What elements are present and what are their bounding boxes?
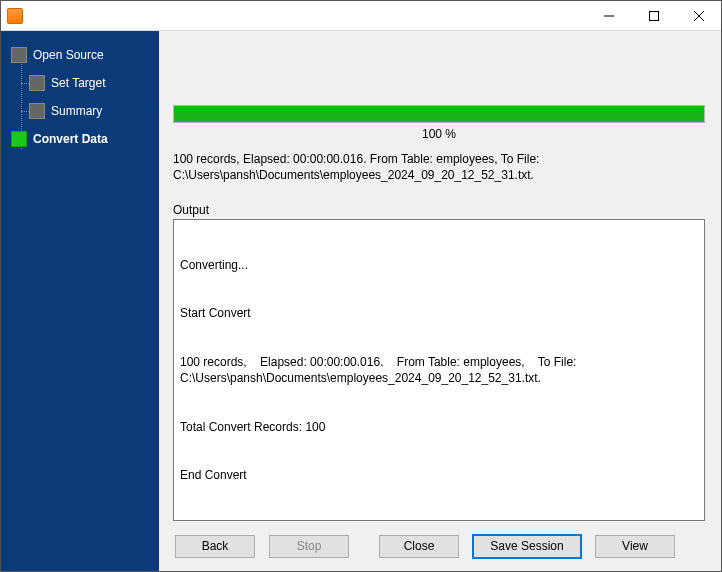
svg-rect-0	[649, 11, 658, 20]
minimize-button[interactable]	[586, 1, 631, 30]
back-button[interactable]: Back	[175, 535, 255, 558]
output-line: 100 records, Elapsed: 00:00:00.016. From…	[180, 354, 698, 386]
step-box-icon	[11, 131, 27, 147]
step-set-target[interactable]: Set Target	[1, 69, 159, 97]
step-label: Set Target	[51, 76, 105, 90]
step-label: Open Source	[33, 48, 104, 62]
progress-percent: 100 %	[173, 127, 705, 141]
progress-bar	[173, 105, 705, 123]
step-convert-data[interactable]: Convert Data	[1, 125, 159, 153]
output-line: Converting...	[180, 257, 698, 273]
view-button[interactable]: View	[595, 535, 675, 558]
content: Open Source Set Target Summary Convert D…	[1, 31, 721, 571]
window-controls	[586, 1, 721, 30]
output-textarea[interactable]: Converting... Start Convert 100 records,…	[173, 219, 705, 521]
maximize-button[interactable]	[631, 1, 676, 30]
output-line: Total Convert Records: 100	[180, 419, 698, 435]
step-box-icon	[29, 75, 45, 91]
wizard-sidebar: Open Source Set Target Summary Convert D…	[1, 31, 159, 571]
output-line: Start Convert	[180, 305, 698, 321]
output-line: End Convert	[180, 467, 698, 483]
step-label: Summary	[51, 104, 102, 118]
spacer	[173, 45, 705, 105]
step-box-icon	[11, 47, 27, 63]
titlebar-left	[1, 8, 23, 24]
step-label: Convert Data	[33, 132, 108, 146]
app-icon	[7, 8, 23, 24]
button-row: Back Stop Close Save Session View	[159, 521, 721, 571]
summary-line: C:\Users\pansh\Documents\employees_2024_…	[173, 167, 705, 183]
stop-button: Stop	[269, 535, 349, 558]
step-open-source[interactable]: Open Source	[1, 41, 159, 69]
main-panel: 100 % 100 records, Elapsed: 00:00:00.016…	[159, 31, 721, 571]
step-box-icon	[29, 103, 45, 119]
close-button[interactable]: Close	[379, 535, 459, 558]
save-session-button[interactable]: Save Session	[473, 535, 581, 558]
summary-line: 100 records, Elapsed: 00:00:00.016. From…	[173, 151, 705, 167]
close-window-button[interactable]	[676, 1, 721, 30]
output-label: Output	[173, 203, 705, 217]
conversion-summary: 100 records, Elapsed: 00:00:00.016. From…	[173, 151, 705, 183]
step-summary[interactable]: Summary	[1, 97, 159, 125]
titlebar	[1, 1, 721, 31]
main-body: 100 % 100 records, Elapsed: 00:00:00.016…	[159, 31, 721, 521]
